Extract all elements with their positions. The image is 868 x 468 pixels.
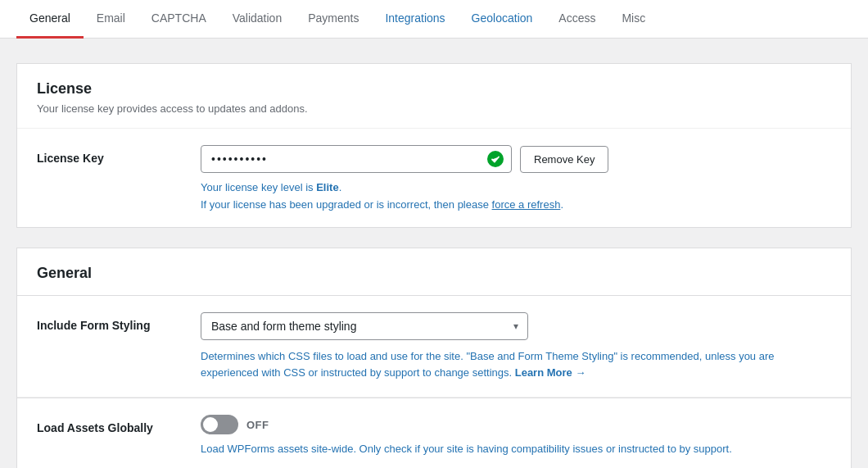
include-form-styling-label: Include Form Styling (37, 312, 201, 332)
license-header: License Your license key provides access… (17, 64, 851, 129)
tab-email[interactable]: Email (84, 0, 138, 39)
learn-more-link[interactable]: Learn More → (515, 366, 586, 379)
license-key-field: Remove Key Your license key level is Eli… (201, 145, 831, 211)
styling-description: Determines which CSS files to load and u… (201, 348, 831, 380)
tab-validation[interactable]: Validation (219, 0, 295, 39)
license-key-input[interactable] (201, 145, 512, 173)
license-key-label: License Key (37, 145, 201, 165)
tab-integrations[interactable]: Integrations (372, 0, 458, 39)
general-section: General Include Form Styling Base and fo… (16, 248, 852, 468)
check-valid-icon (487, 151, 504, 167)
load-assets-label: Load Assets Globally (37, 415, 201, 434)
load-assets-toggle-wrap: OFF (201, 415, 831, 434)
include-form-styling-field: Base and form theme styling Base styling… (201, 312, 831, 380)
main-content: License Your license key provides access… (0, 39, 868, 468)
styling-select-wrap: Base and form theme styling Base styling… (201, 312, 528, 340)
settings-nav: General Email CAPTCHA Validation Payment… (0, 0, 868, 39)
license-input-wrap (201, 145, 512, 173)
tab-misc[interactable]: Misc (608, 0, 658, 39)
tab-access[interactable]: Access (545, 0, 608, 39)
arrow-right-icon: → (575, 366, 585, 379)
license-desc: Your license key provides access to upda… (37, 102, 831, 115)
toggle-slider (201, 415, 238, 434)
license-level-value: Elite (316, 181, 338, 193)
license-refresh-text: If your license has been upgraded or is … (201, 198, 831, 211)
license-title: License (37, 80, 831, 98)
license-level-text: Your license key level is Elite. (201, 181, 831, 193)
include-form-styling-row: Include Form Styling Base and form theme… (17, 296, 851, 398)
load-assets-toggle[interactable] (201, 415, 238, 434)
load-assets-description: Load WPForms assets site-wide. Only chec… (201, 441, 831, 457)
load-assets-row: Load Assets Globally OFF Load WPForms as… (17, 398, 851, 468)
tab-general[interactable]: General (16, 0, 84, 39)
toggle-off-label: OFF (246, 419, 269, 431)
general-section-header: General (17, 248, 851, 295)
styling-select[interactable]: Base and form theme styling Base styling… (201, 312, 528, 340)
general-section-title: General (37, 265, 831, 282)
license-input-group: Remove Key (201, 145, 831, 173)
license-section: License Your license key provides access… (16, 63, 852, 228)
load-assets-field: OFF Load WPForms assets site-wide. Only … (201, 415, 831, 457)
force-refresh-link[interactable]: force a refresh (492, 198, 561, 211)
tab-payments[interactable]: Payments (295, 0, 372, 39)
tab-geolocation[interactable]: Geolocation (459, 0, 546, 39)
license-key-row: License Key Remove Key Your license key … (17, 129, 851, 227)
remove-key-button[interactable]: Remove Key (520, 146, 608, 173)
tab-captcha[interactable]: CAPTCHA (138, 0, 219, 39)
